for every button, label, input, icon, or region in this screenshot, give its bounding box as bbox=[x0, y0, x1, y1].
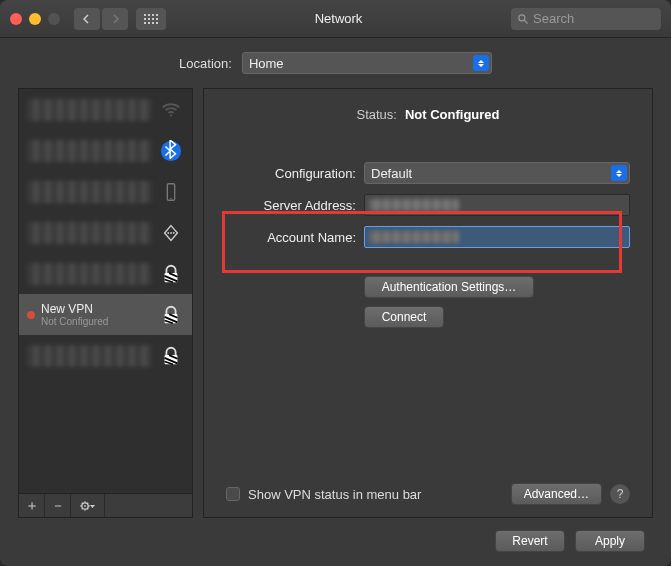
search-placeholder: Search bbox=[533, 11, 574, 26]
revert-button[interactable]: Revert bbox=[495, 530, 565, 552]
wifi-icon bbox=[158, 97, 184, 123]
lock-icon bbox=[158, 261, 184, 287]
status-row: Status: Not Configured bbox=[226, 107, 630, 122]
close-window-button[interactable] bbox=[10, 13, 22, 25]
service-name: New VPN bbox=[41, 302, 152, 316]
svg-point-22 bbox=[84, 505, 86, 507]
redacted-text bbox=[27, 181, 152, 203]
svg-point-0 bbox=[519, 14, 525, 20]
configuration-label: Configuration: bbox=[226, 166, 356, 181]
configuration-value: Default bbox=[371, 166, 412, 181]
account-name-row: Account Name: bbox=[226, 226, 630, 248]
select-arrows-icon bbox=[473, 55, 489, 71]
svg-point-8 bbox=[173, 232, 175, 234]
show-vpn-status-checkbox[interactable] bbox=[226, 487, 240, 501]
sidebar-toolbar: ＋ － bbox=[19, 493, 192, 517]
service-item-bluetooth[interactable] bbox=[19, 130, 192, 171]
chevron-left-icon bbox=[82, 14, 92, 24]
window-title: Network bbox=[174, 11, 503, 26]
service-item-bridge[interactable] bbox=[19, 212, 192, 253]
service-list[interactable]: New VPN Not Configured bbox=[19, 89, 192, 493]
svg-line-30 bbox=[87, 502, 88, 503]
back-button[interactable] bbox=[74, 8, 100, 30]
redacted-value bbox=[369, 231, 459, 243]
search-icon bbox=[517, 13, 529, 25]
svg-line-27 bbox=[81, 502, 82, 503]
configuration-select[interactable]: Default bbox=[364, 162, 630, 184]
gear-dropdown-icon bbox=[80, 500, 96, 512]
remove-service-button[interactable]: － bbox=[45, 494, 71, 517]
service-sidebar: New VPN Not Configured bbox=[18, 88, 193, 518]
chevron-right-icon bbox=[110, 14, 120, 24]
redacted-text bbox=[27, 99, 152, 121]
show-vpn-status-label: Show VPN status in menu bar bbox=[248, 487, 503, 502]
location-value: Home bbox=[249, 56, 284, 71]
add-service-button[interactable]: ＋ bbox=[19, 494, 45, 517]
grid-icon bbox=[144, 14, 158, 24]
minimize-window-button[interactable] bbox=[29, 13, 41, 25]
svg-line-29 bbox=[81, 508, 82, 509]
phone-icon bbox=[158, 179, 184, 205]
authentication-settings-button[interactable]: Authentication Settings… bbox=[364, 276, 534, 298]
server-address-row: Server Address: bbox=[226, 194, 630, 216]
status-value: Not Configured bbox=[405, 107, 500, 122]
service-status: Not Configured bbox=[41, 316, 152, 327]
configuration-row: Configuration: Default bbox=[226, 162, 630, 184]
svg-point-7 bbox=[170, 232, 172, 234]
network-prefs-window: Network Search Location: Home bbox=[0, 0, 671, 566]
status-label: Status: bbox=[356, 107, 396, 122]
titlebar: Network Search bbox=[0, 0, 671, 38]
service-item-vpn-b[interactable] bbox=[19, 335, 192, 376]
location-select[interactable]: Home bbox=[242, 52, 492, 74]
redacted-value bbox=[369, 199, 459, 211]
bluetooth-icon bbox=[158, 138, 184, 164]
service-item-vpn-a[interactable] bbox=[19, 253, 192, 294]
show-all-button[interactable] bbox=[136, 8, 166, 30]
server-address-input[interactable] bbox=[364, 194, 630, 216]
lock-icon bbox=[158, 302, 184, 328]
detail-panel: Status: Not Configured Configuration: De… bbox=[203, 88, 653, 518]
forward-button bbox=[102, 8, 128, 30]
service-item-wifi[interactable] bbox=[19, 89, 192, 130]
status-dot-icon bbox=[27, 311, 35, 319]
svg-point-2 bbox=[170, 114, 172, 116]
svg-line-28 bbox=[87, 508, 88, 509]
redacted-text bbox=[27, 140, 152, 162]
connect-button[interactable]: Connect bbox=[364, 306, 444, 328]
ethernet-bridge-icon bbox=[158, 220, 184, 246]
svg-point-6 bbox=[167, 232, 169, 234]
location-row: Location: Home bbox=[18, 52, 653, 74]
service-item-iphone[interactable] bbox=[19, 171, 192, 212]
svg-line-1 bbox=[525, 20, 528, 23]
location-label: Location: bbox=[179, 56, 232, 71]
advanced-button[interactable]: Advanced… bbox=[511, 483, 602, 505]
server-address-label: Server Address: bbox=[226, 198, 356, 213]
account-name-input[interactable] bbox=[364, 226, 630, 248]
service-actions-menu[interactable] bbox=[71, 494, 105, 517]
redacted-text bbox=[27, 222, 152, 244]
zoom-window-button bbox=[48, 13, 60, 25]
help-button[interactable]: ? bbox=[610, 484, 630, 504]
lock-icon bbox=[158, 343, 184, 369]
redacted-text bbox=[27, 345, 152, 367]
account-name-label: Account Name: bbox=[226, 230, 356, 245]
redacted-text bbox=[27, 263, 152, 285]
search-field[interactable]: Search bbox=[511, 8, 661, 30]
service-item-new-vpn[interactable]: New VPN Not Configured bbox=[19, 294, 192, 335]
window-controls bbox=[10, 13, 60, 25]
svg-point-5 bbox=[170, 197, 171, 198]
window-footer: Revert Apply bbox=[18, 518, 653, 552]
apply-button[interactable]: Apply bbox=[575, 530, 645, 552]
select-arrows-icon bbox=[611, 165, 627, 181]
